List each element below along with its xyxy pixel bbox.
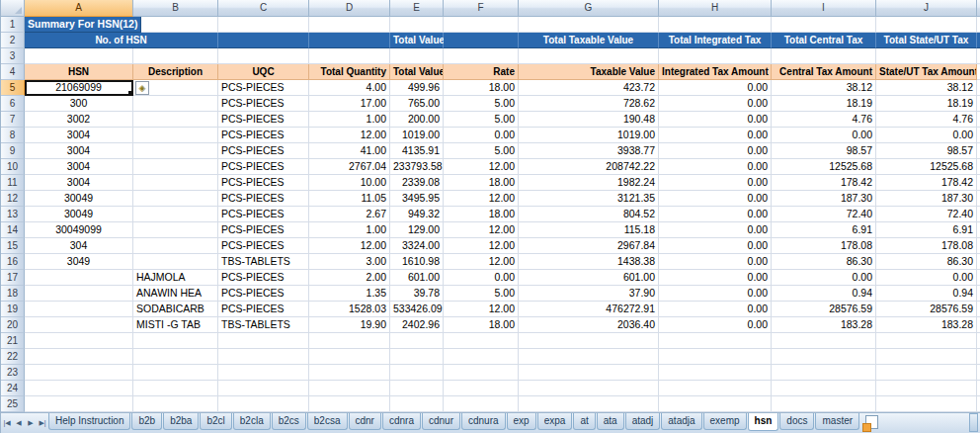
cell-I17[interactable]: 0.00 — [772, 270, 876, 286]
cell-F11[interactable]: 18.00 — [444, 175, 519, 191]
cell-E5[interactable]: 499.96 — [390, 80, 444, 96]
cell-E25[interactable] — [390, 396, 444, 412]
last-sheet-button[interactable]: ▶| — [37, 413, 48, 433]
cell-J22[interactable] — [876, 349, 977, 365]
banner-cell[interactable] — [444, 33, 519, 48]
cell-A20[interactable] — [25, 317, 133, 333]
cell-B24[interactable] — [133, 381, 218, 396]
cell-I13[interactable]: 72.40 — [772, 207, 876, 222]
cell-D25[interactable] — [309, 396, 390, 412]
cell-H12[interactable]: 0.00 — [659, 191, 772, 207]
cell-G11[interactable]: 1982.24 — [519, 175, 659, 191]
cell-J19[interactable]: 28576.59 — [876, 302, 977, 317]
cell-G8[interactable]: 1019.00 — [519, 128, 659, 143]
cell-empty[interactable] — [444, 17, 519, 33]
sheet-tab-docs[interactable]: docs — [779, 413, 814, 430]
header-total-central-tax[interactable]: Total Central Tax — [772, 33, 876, 48]
row-header-21[interactable]: 21 — [1, 333, 25, 349]
row-header-22[interactable]: 22 — [1, 349, 25, 365]
next-sheet-button[interactable]: ▶ — [25, 413, 37, 433]
column-header-E[interactable]: E — [390, 0, 444, 17]
cell-G22[interactable] — [519, 349, 659, 365]
cell-D7[interactable]: 1.00 — [309, 112, 390, 128]
cell-I25[interactable] — [772, 396, 876, 412]
cell-J5[interactable]: 38.12 — [876, 80, 977, 96]
cell-G10[interactable]: 208742.22 — [519, 159, 659, 175]
cell-J11[interactable]: 178.42 — [876, 175, 977, 191]
cell-G23[interactable] — [519, 365, 659, 381]
cell-E12[interactable]: 3495.95 — [390, 191, 444, 207]
cell-G9[interactable]: 3938.77 — [519, 143, 659, 159]
sheet-tab-cdnur[interactable]: cdnur — [422, 413, 460, 430]
cell-J12[interactable]: 187.30 — [876, 191, 977, 207]
row-header-14[interactable]: 14 — [1, 222, 25, 238]
cell-A3[interactable] — [25, 48, 133, 64]
cell-G20[interactable]: 2036.40 — [519, 317, 659, 333]
cell-G3[interactable] — [519, 48, 659, 64]
cell-H18[interactable]: 0.00 — [659, 286, 772, 302]
row-header-2[interactable]: 2 — [1, 33, 25, 48]
row-header-17[interactable]: 17 — [1, 270, 25, 286]
cell-J6[interactable]: 18.19 — [876, 96, 977, 112]
cell-D15[interactable]: 12.00 — [309, 238, 390, 254]
cell-J24[interactable] — [876, 381, 977, 396]
cell-B7[interactable] — [133, 112, 218, 128]
cell-B6[interactable] — [133, 96, 218, 112]
row-header-18[interactable]: 18 — [1, 286, 25, 302]
cell-D17[interactable]: 2.00 — [309, 270, 390, 286]
cell-C19[interactable]: PCS-PIECES — [218, 302, 309, 317]
cell-A15[interactable]: 304 — [25, 238, 133, 254]
cell-F20[interactable]: 18.00 — [444, 317, 519, 333]
cell-E15[interactable]: 3324.00 — [390, 238, 444, 254]
sheet-tab-b2csa[interactable]: b2csa — [307, 413, 348, 430]
cell-J13[interactable]: 72.40 — [876, 207, 977, 222]
cell-C25[interactable] — [218, 396, 309, 412]
cell-F15[interactable]: 12.00 — [444, 238, 519, 254]
cell-I23[interactable] — [772, 365, 876, 381]
cell-F9[interactable]: 5.00 — [444, 143, 519, 159]
cell-F16[interactable]: 12.00 — [444, 254, 519, 270]
cell-I22[interactable] — [772, 349, 876, 365]
table-header-uqc[interactable]: UQC — [218, 64, 309, 80]
cell-E19[interactable]: 533426.09 — [390, 302, 444, 317]
cell-H5[interactable]: 0.00 — [659, 80, 772, 96]
cell-J18[interactable]: 0.94 — [876, 286, 977, 302]
cell-G13[interactable]: 804.52 — [519, 207, 659, 222]
row-header-4[interactable]: 4 — [1, 64, 25, 80]
cell-A14[interactable]: 30049099 — [25, 222, 133, 238]
row-header-23[interactable]: 23 — [1, 365, 25, 381]
header-total-state-ut-tax[interactable]: Total State/UT Tax — [876, 33, 977, 48]
prev-sheet-button[interactable]: ◀ — [13, 413, 25, 433]
cell-G5[interactable]: 423.72 — [519, 80, 659, 96]
cell-D6[interactable]: 17.00 — [309, 96, 390, 112]
sheet-tab-help-instruction[interactable]: Help Instruction — [48, 413, 130, 430]
sheet-tab-master[interactable]: master — [815, 413, 859, 430]
cell-F23[interactable] — [444, 365, 519, 381]
cell-C11[interactable]: PCS-PIECES — [218, 175, 309, 191]
cell-H20[interactable]: 0.00 — [659, 317, 772, 333]
cell-B12[interactable] — [133, 191, 218, 207]
selected-cell[interactable]: 21069099 — [25, 80, 133, 96]
sheet-tab-exemp[interactable]: exemp — [703, 413, 747, 430]
cell-B17[interactable]: HAJMOLA — [133, 270, 218, 286]
cell-J7[interactable]: 4.76 — [876, 112, 977, 128]
column-header-I[interactable]: I — [772, 0, 876, 17]
cell-C9[interactable]: PCS-PIECES — [218, 143, 309, 159]
cell-G24[interactable] — [519, 381, 659, 396]
cell-D14[interactable]: 1.00 — [309, 222, 390, 238]
cell-G25[interactable] — [519, 396, 659, 412]
cell-I8[interactable]: 0.00 — [772, 128, 876, 143]
select-all-corner[interactable] — [1, 0, 25, 17]
cell-I19[interactable]: 28576.59 — [772, 302, 876, 317]
cell-C10[interactable]: PCS-PIECES — [218, 159, 309, 175]
cell-A24[interactable] — [25, 381, 133, 396]
cell-H15[interactable]: 0.00 — [659, 238, 772, 254]
row-header-1[interactable]: 1 — [1, 17, 25, 33]
cell-B15[interactable] — [133, 238, 218, 254]
cell-G6[interactable]: 728.62 — [519, 96, 659, 112]
sheet-tab-b2cl[interactable]: b2cl — [200, 413, 231, 430]
cell-D18[interactable]: 1.35 — [309, 286, 390, 302]
header-total-taxable-value[interactable]: Total Taxable Value — [519, 33, 659, 48]
cell-E3[interactable] — [390, 48, 444, 64]
row-header-3[interactable]: 3 — [1, 48, 25, 64]
